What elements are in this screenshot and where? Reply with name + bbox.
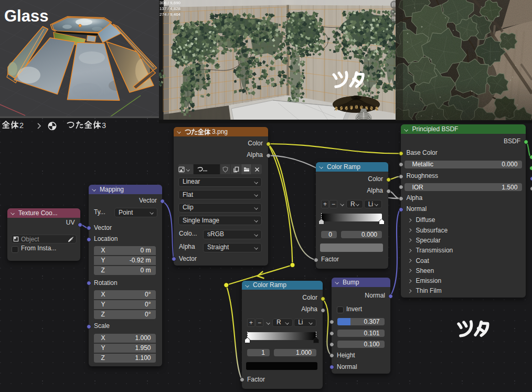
svg-text:2: 2 xyxy=(19,121,24,130)
svg-text:Glass: Glass xyxy=(4,7,48,25)
svg-text:3: 3 xyxy=(102,121,106,130)
svg-text:306 / 9,690: 306 / 9,690 xyxy=(159,1,181,5)
svg-text:274 / 9,464: 274 / 9,464 xyxy=(159,12,181,17)
svg-text:137 / 4,828: 137 / 4,828 xyxy=(159,6,181,11)
